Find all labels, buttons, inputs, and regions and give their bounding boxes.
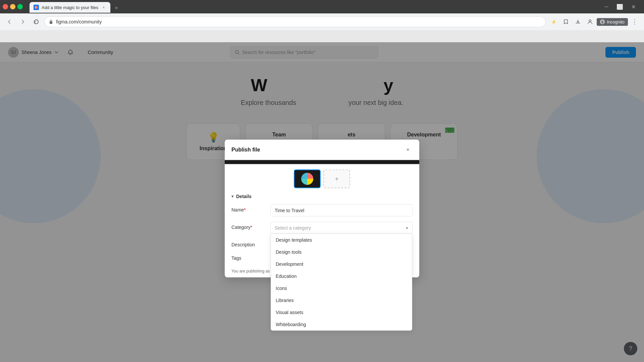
thumbnail-icon — [301, 173, 313, 185]
download-button[interactable] — [573, 16, 583, 27]
name-label: Name* — [231, 204, 265, 213]
browser-tab-active[interactable]: F Add a little magic to your files × — [30, 2, 110, 13]
name-field-row: Name* — [231, 204, 413, 217]
svg-point-6 — [603, 22, 604, 23]
incognito-icon — [600, 19, 605, 24]
back-button[interactable] — [4, 16, 15, 27]
category-label: Category* — [231, 222, 265, 230]
dropdown-item-design-templates[interactable]: Design templates — [271, 234, 412, 246]
svg-rect-2 — [50, 21, 52, 24]
publish-file-modal: Publish file × + — [225, 140, 419, 278]
category-select[interactable]: Select a category ▾ Design templates Des… — [270, 222, 413, 234]
svg-point-3 — [589, 20, 591, 22]
nav-bar: figma.com/community ⚡ Incognito ⋮ — [0, 13, 644, 30]
add-thumbnail-button[interactable]: + — [323, 170, 350, 188]
dropdown-item-development[interactable]: Development — [271, 258, 412, 270]
window-close-right[interactable]: ✕ — [628, 1, 639, 12]
modal-header: Publish file × — [225, 140, 419, 160]
window-minimize-right[interactable]: ─ — [601, 1, 612, 12]
category-chevron-icon: ▾ — [406, 225, 408, 231]
name-input[interactable] — [270, 204, 413, 217]
more-options-button[interactable]: ⋮ — [629, 16, 640, 27]
disable-javascript-button[interactable]: ⚡ — [548, 16, 559, 27]
details-toggle[interactable]: ▾ Details — [231, 194, 413, 199]
category-field-row: Category* Select a category ▾ Design tem… — [231, 222, 413, 234]
browser-chrome: × − + F Add a little magic to your files… — [0, 0, 644, 30]
details-chevron-icon: ▾ — [231, 194, 233, 199]
svg-point-5 — [601, 22, 602, 23]
details-section: ▾ Details Name* Category* Select a categ… — [225, 194, 419, 261]
dropdown-item-education[interactable]: Education — [271, 270, 412, 282]
lock-icon — [49, 19, 53, 24]
thumbnail-svg — [303, 175, 311, 183]
new-tab-button[interactable]: + — [112, 3, 121, 13]
dropdown-item-whiteboarding[interactable]: Whiteboarding — [271, 318, 412, 330]
bookmark-button[interactable] — [560, 16, 571, 27]
category-required: * — [251, 225, 252, 230]
incognito-badge[interactable]: Incognito — [597, 18, 628, 26]
tab-favicon: F — [34, 5, 39, 10]
dropdown-item-icons[interactable]: Icons — [271, 282, 412, 294]
title-bar: × − + F Add a little magic to your files… — [0, 0, 644, 13]
reload-button[interactable] — [31, 16, 42, 27]
description-label: Description — [231, 239, 265, 247]
svg-text:F: F — [35, 6, 37, 9]
forward-button[interactable] — [17, 16, 28, 27]
window-maximize-button[interactable]: + — [17, 4, 23, 9]
tab-bar: F Add a little magic to your files × + — [27, 1, 600, 13]
details-label: Details — [236, 194, 252, 199]
modal-progress-bar — [225, 160, 419, 164]
nav-actions: ⚡ Incognito ⋮ — [548, 16, 640, 27]
name-required: * — [244, 207, 246, 213]
incognito-label: Incognito — [607, 19, 625, 24]
window-minimize-button[interactable]: − — [10, 4, 15, 9]
page-background: SJ Sheena Jones Community Search for res… — [0, 42, 644, 362]
profile-button[interactable] — [585, 16, 595, 27]
thumbnail-selected[interactable] — [294, 170, 321, 188]
tags-label: Tags — [231, 253, 265, 261]
window-controls: × − + — [3, 4, 23, 9]
category-dropdown: Design templates Design tools Developmen… — [271, 234, 412, 331]
tab-title: Add a little magic to your files — [42, 5, 98, 10]
category-placeholder: Select a category — [275, 225, 311, 231]
add-thumbnail-icon: + — [335, 175, 339, 183]
window-restore-right[interactable]: ⬜ — [614, 1, 625, 12]
address-bar[interactable]: figma.com/community — [44, 16, 546, 27]
dropdown-item-design-tools[interactable]: Design tools — [271, 246, 412, 258]
url-text: figma.com/community — [56, 19, 102, 24]
tab-close-button[interactable]: × — [101, 5, 106, 10]
modal-close-button[interactable]: × — [403, 145, 413, 155]
modal-title: Publish file — [231, 147, 260, 153]
thumbnails-area: + — [225, 164, 419, 194]
dropdown-item-libraries[interactable]: Libraries — [271, 294, 412, 306]
window-close-button[interactable]: × — [3, 4, 8, 9]
dropdown-item-visual-assets[interactable]: Visual assets — [271, 306, 412, 318]
